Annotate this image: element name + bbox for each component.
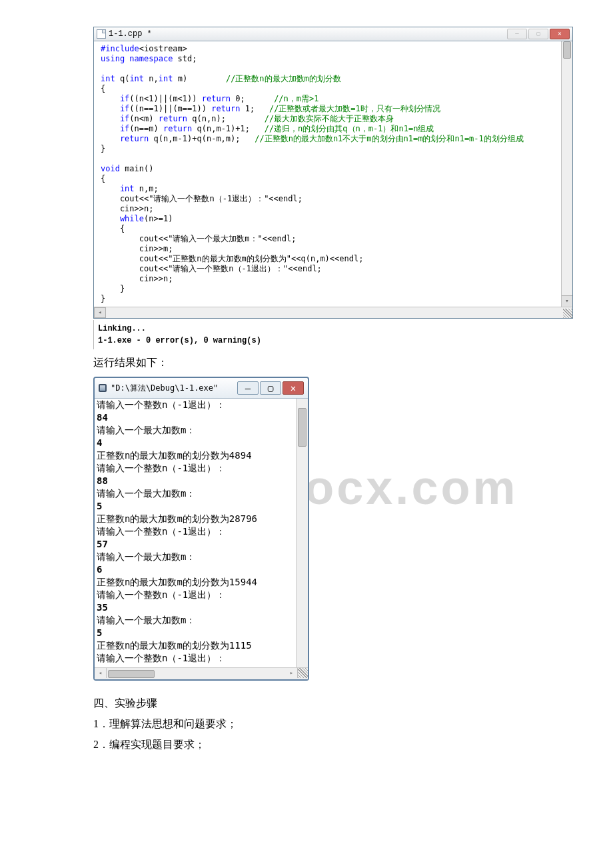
console-window: "D:\算法\Debug\1-1.exe" — ▢ ✕ 请输入一个整数n（-1退… [93, 377, 309, 681]
console-resize-grip[interactable] [298, 668, 308, 678]
editor-titlebar[interactable]: 1-1.cpp * — ▢ ✕ [94, 27, 572, 41]
build-output: Linking... 1-1.exe - 0 error(s), 0 warni… [93, 320, 573, 349]
console-title: "D:\算法\Debug\1-1.exe" [111, 382, 218, 395]
scroll-down-arrow[interactable]: ▾ [562, 295, 572, 307]
console-icon [99, 384, 107, 392]
console-horizontal-scrollbar[interactable]: ◂ ▸ [95, 667, 308, 679]
console-maximize-button[interactable]: ▢ [260, 381, 281, 395]
resize-grip[interactable] [563, 309, 572, 318]
console-vertical-scrollbar[interactable] [296, 399, 308, 667]
console-scroll-right[interactable]: ▸ [286, 668, 298, 678]
console-titlebar[interactable]: "D:\算法\Debug\1-1.exe" — ▢ ✕ [95, 378, 308, 399]
console-scroll-left[interactable]: ◂ [95, 668, 107, 678]
build-result: 1-1.exe - 0 error(s), 0 warning(s) [98, 336, 261, 345]
horizontal-scrollbar[interactable]: ◂ [94, 307, 572, 318]
console-close-button[interactable]: ✕ [283, 381, 304, 395]
minimize-button[interactable]: — [507, 29, 527, 39]
step-1: 1．理解算法思想和问题要求； [93, 717, 573, 731]
console-output: 请输入一个整数n（-1退出）： 84 请输入一个最大加数m： 4 正整数n的最大… [95, 399, 308, 679]
build-linking: Linking... [98, 324, 146, 333]
code-editor-window: 1-1.cpp * — ▢ ✕ #include<iostream> using… [93, 27, 573, 319]
scroll-left-arrow[interactable]: ◂ [94, 307, 106, 318]
section-heading: 四、实验步骤 [93, 697, 573, 711]
console-minimize-button[interactable]: — [237, 381, 259, 395]
file-icon [97, 29, 106, 39]
scroll-thumb[interactable] [563, 41, 571, 59]
vertical-scrollbar[interactable]: ▾ [561, 41, 572, 307]
console-hscroll-thumb[interactable] [108, 670, 155, 678]
editor-tab-title: 1-1.cpp * [109, 29, 152, 39]
console-body[interactable]: 请输入一个整数n（-1退出）： 84 请输入一个最大加数m： 4 正整数n的最大… [95, 399, 308, 679]
result-caption: 运行结果如下： [93, 356, 573, 370]
source-code: #include<iostream> using namespace std; … [101, 44, 568, 304]
console-scroll-thumb[interactable] [298, 408, 306, 447]
editor-body[interactable]: #include<iostream> using namespace std; … [94, 41, 572, 307]
maximize-button[interactable]: ▢ [528, 29, 548, 39]
close-button[interactable]: ✕ [550, 29, 570, 39]
step-2: 2．编程实现题目要求； [93, 738, 573, 752]
